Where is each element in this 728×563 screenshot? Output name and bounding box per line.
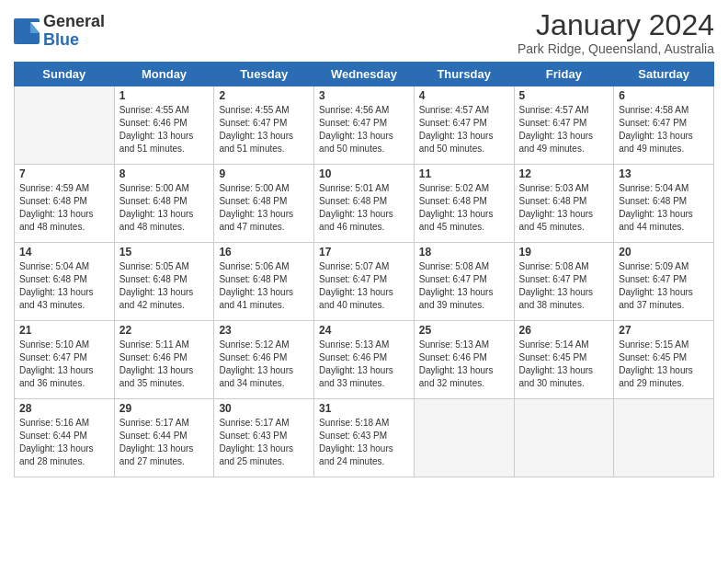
cell-details: Sunrise: 5:13 AMSunset: 6:46 PMDaylight:… — [319, 339, 409, 390]
subtitle: Park Ridge, Queensland, Australia — [518, 41, 714, 56]
day-number: 24 — [319, 324, 409, 337]
day-cell: 19Sunrise: 5:08 AMSunset: 6:47 PMDayligh… — [514, 243, 614, 321]
cell-details: Sunrise: 5:10 AMSunset: 6:47 PMDaylight:… — [19, 339, 109, 390]
cell-details: Sunrise: 5:18 AMSunset: 6:43 PMDaylight:… — [319, 417, 409, 468]
day-cell: 8Sunrise: 5:00 AMSunset: 6:48 PMDaylight… — [114, 165, 214, 243]
cell-details: Sunrise: 5:08 AMSunset: 6:47 PMDaylight:… — [419, 260, 509, 312]
day-number: 4 — [419, 89, 509, 102]
cell-details: Sunrise: 5:08 AMSunset: 6:47 PMDaylight:… — [519, 260, 609, 312]
day-cell: 29Sunrise: 5:17 AMSunset: 6:44 PMDayligh… — [114, 399, 214, 477]
cell-details: Sunrise: 5:11 AMSunset: 6:46 PMDaylight:… — [119, 339, 210, 390]
cell-details: Sunrise: 4:59 AMSunset: 6:48 PMDaylight:… — [19, 182, 109, 234]
cell-details: Sunrise: 5:09 AMSunset: 6:47 PMDaylight:… — [619, 260, 709, 312]
day-cell: 23Sunrise: 5:12 AMSunset: 6:46 PMDayligh… — [214, 321, 314, 399]
day-cell: 18Sunrise: 5:08 AMSunset: 6:47 PMDayligh… — [414, 243, 514, 321]
cell-details: Sunrise: 5:04 AMSunset: 6:48 PMDaylight:… — [19, 260, 109, 312]
day-cell: 9Sunrise: 5:00 AMSunset: 6:48 PMDaylight… — [214, 165, 314, 243]
day-number: 10 — [319, 167, 409, 180]
day-number: 14 — [19, 246, 109, 259]
day-header-wednesday: Wednesday — [314, 63, 415, 86]
week-row-3: 14Sunrise: 5:04 AMSunset: 6:48 PMDayligh… — [15, 243, 714, 321]
day-cell: 24Sunrise: 5:13 AMSunset: 6:46 PMDayligh… — [314, 321, 415, 399]
cell-details: Sunrise: 5:02 AMSunset: 6:48 PMDaylight:… — [419, 182, 509, 234]
cell-details: Sunrise: 4:57 AMSunset: 6:47 PMDaylight:… — [519, 104, 609, 155]
logo-text: General Blue — [43, 13, 105, 50]
day-cell: 4Sunrise: 4:57 AMSunset: 6:47 PMDaylight… — [414, 86, 514, 165]
day-cell: 27Sunrise: 5:15 AMSunset: 6:45 PMDayligh… — [614, 321, 714, 399]
week-row-1: 1Sunrise: 4:55 AMSunset: 6:46 PMDaylight… — [15, 86, 714, 165]
day-cell: 30Sunrise: 5:17 AMSunset: 6:43 PMDayligh… — [214, 399, 314, 477]
day-cell: 21Sunrise: 5:10 AMSunset: 6:47 PMDayligh… — [15, 321, 115, 399]
day-number: 26 — [519, 324, 609, 337]
day-number: 21 — [19, 324, 109, 337]
day-cell: 22Sunrise: 5:11 AMSunset: 6:46 PMDayligh… — [114, 321, 214, 399]
day-number: 28 — [19, 402, 109, 415]
day-cell: 17Sunrise: 5:07 AMSunset: 6:47 PMDayligh… — [314, 243, 415, 321]
day-number: 27 — [619, 324, 709, 337]
day-cell: 31Sunrise: 5:18 AMSunset: 6:43 PMDayligh… — [314, 399, 415, 477]
logo-blue: Blue — [43, 30, 79, 49]
cell-details: Sunrise: 5:14 AMSunset: 6:45 PMDaylight:… — [519, 339, 609, 390]
day-number: 6 — [619, 89, 709, 102]
day-number: 29 — [119, 402, 210, 415]
day-number: 9 — [219, 167, 309, 180]
day-cell: 13Sunrise: 5:04 AMSunset: 6:48 PMDayligh… — [614, 165, 714, 243]
logo-icon — [14, 18, 40, 44]
day-number: 2 — [219, 89, 309, 102]
day-number: 3 — [319, 89, 409, 102]
day-cell: 11Sunrise: 5:02 AMSunset: 6:48 PMDayligh… — [414, 165, 514, 243]
day-cell: 5Sunrise: 4:57 AMSunset: 6:47 PMDaylight… — [514, 86, 614, 165]
day-number: 12 — [519, 167, 609, 180]
cell-details: Sunrise: 5:01 AMSunset: 6:48 PMDaylight:… — [319, 182, 409, 234]
day-cell: 7Sunrise: 4:59 AMSunset: 6:48 PMDaylight… — [15, 165, 115, 243]
cell-details: Sunrise: 5:07 AMSunset: 6:47 PMDaylight:… — [319, 260, 409, 312]
cell-details: Sunrise: 4:57 AMSunset: 6:47 PMDaylight:… — [419, 104, 509, 155]
day-number: 15 — [119, 246, 210, 259]
cell-details: Sunrise: 5:00 AMSunset: 6:48 PMDaylight:… — [119, 182, 210, 234]
cell-details: Sunrise: 5:06 AMSunset: 6:48 PMDaylight:… — [219, 260, 309, 312]
cell-details: Sunrise: 5:00 AMSunset: 6:48 PMDaylight:… — [219, 182, 309, 234]
week-row-5: 28Sunrise: 5:16 AMSunset: 6:44 PMDayligh… — [15, 399, 714, 477]
logo: General Blue — [14, 13, 105, 50]
day-number: 16 — [219, 246, 309, 259]
day-cell — [414, 399, 514, 477]
logo-general: General — [43, 12, 105, 30]
day-number: 5 — [519, 89, 609, 102]
day-number: 13 — [619, 167, 709, 180]
day-cell: 10Sunrise: 5:01 AMSunset: 6:48 PMDayligh… — [314, 165, 415, 243]
day-header-saturday: Saturday — [614, 63, 714, 86]
day-cell: 1Sunrise: 4:55 AMSunset: 6:46 PMDaylight… — [114, 86, 214, 165]
cell-details: Sunrise: 5:12 AMSunset: 6:46 PMDaylight:… — [219, 339, 309, 390]
month-title: January 2024 — [518, 9, 714, 41]
day-number: 22 — [119, 324, 210, 337]
day-number: 19 — [519, 246, 609, 259]
day-header-friday: Friday — [514, 63, 614, 86]
day-cell — [514, 399, 614, 477]
day-cell — [15, 86, 115, 165]
day-cell: 15Sunrise: 5:05 AMSunset: 6:48 PMDayligh… — [114, 243, 214, 321]
cell-details: Sunrise: 4:58 AMSunset: 6:47 PMDaylight:… — [619, 104, 709, 155]
day-number: 17 — [319, 246, 409, 259]
cell-details: Sunrise: 5:17 AMSunset: 6:44 PMDaylight:… — [119, 417, 210, 468]
day-cell: 12Sunrise: 5:03 AMSunset: 6:48 PMDayligh… — [514, 165, 614, 243]
day-cell: 14Sunrise: 5:04 AMSunset: 6:48 PMDayligh… — [15, 243, 115, 321]
cell-details: Sunrise: 5:04 AMSunset: 6:48 PMDaylight:… — [619, 182, 709, 234]
day-header-sunday: Sunday — [15, 63, 115, 86]
day-number: 1 — [119, 89, 210, 102]
calendar-table: SundayMondayTuesdayWednesdayThursdayFrid… — [14, 62, 714, 477]
day-cell: 28Sunrise: 5:16 AMSunset: 6:44 PMDayligh… — [15, 399, 115, 477]
cell-details: Sunrise: 5:05 AMSunset: 6:48 PMDaylight:… — [119, 260, 210, 312]
header: General Blue January 2024 Park Ridge, Qu… — [14, 9, 714, 56]
day-number: 25 — [419, 324, 509, 337]
day-cell: 6Sunrise: 4:58 AMSunset: 6:47 PMDaylight… — [614, 86, 714, 165]
day-cell: 20Sunrise: 5:09 AMSunset: 6:47 PMDayligh… — [614, 243, 714, 321]
cell-details: Sunrise: 5:15 AMSunset: 6:45 PMDaylight:… — [619, 339, 709, 390]
day-number: 11 — [419, 167, 509, 180]
day-cell — [614, 399, 714, 477]
header-row: SundayMondayTuesdayWednesdayThursdayFrid… — [15, 63, 714, 86]
week-row-2: 7Sunrise: 4:59 AMSunset: 6:48 PMDaylight… — [15, 165, 714, 243]
day-number: 23 — [219, 324, 309, 337]
cell-details: Sunrise: 5:13 AMSunset: 6:46 PMDaylight:… — [419, 339, 509, 390]
cell-details: Sunrise: 5:03 AMSunset: 6:48 PMDaylight:… — [519, 182, 609, 234]
day-number: 7 — [19, 167, 109, 180]
